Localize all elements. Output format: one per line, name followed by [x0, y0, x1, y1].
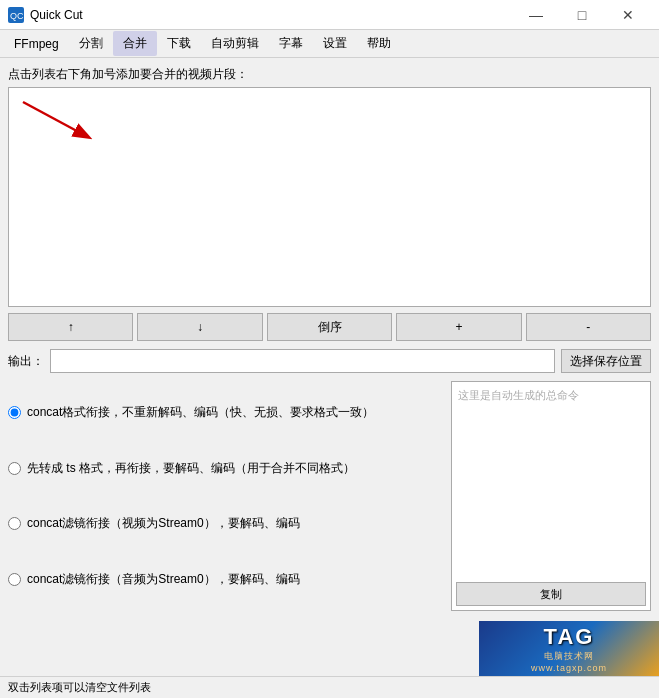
file-list-area[interactable] [8, 87, 651, 307]
menu-auto-edit[interactable]: 自动剪辑 [201, 31, 269, 56]
up-button[interactable]: ↑ [8, 313, 133, 341]
down-button[interactable]: ↓ [137, 313, 262, 341]
status-text: 双击列表项可以清空文件列表 [8, 680, 151, 695]
app-title: Quick Cut [30, 8, 83, 22]
instruction-area: 点击列表右下角加号添加要合并的视频片段： [8, 66, 651, 83]
radio-option-2: 先转成 ts 格式，再衔接，要解码、编码（用于合并不同格式） [8, 456, 443, 481]
radio-options: concat格式衔接，不重新解码、编码（快、无损、要求格式一致） 先转成 ts … [8, 381, 443, 611]
instruction-text: 点击列表右下角加号添加要合并的视频片段： [8, 66, 248, 83]
title-bar-left: QC Quick Cut [8, 7, 83, 23]
menu-ffmpeg[interactable]: FFmpeg [4, 33, 69, 55]
menu-settings[interactable]: 设置 [313, 31, 357, 56]
command-text: 这里是自动生成的总命令 [452, 382, 650, 578]
radio-concat-lossless[interactable] [8, 406, 21, 419]
red-arrow-annotation [13, 92, 113, 152]
svg-line-3 [23, 102, 88, 137]
radio-ts-convert[interactable] [8, 462, 21, 475]
output-input[interactable] [50, 349, 555, 373]
watermark-subtitle: 电脑技术网 [544, 650, 594, 663]
lower-section: concat格式衔接，不重新解码、编码（快、无损、要求格式一致） 先转成 ts … [8, 381, 651, 611]
close-button[interactable]: ✕ [605, 0, 651, 30]
menu-download[interactable]: 下载 [157, 31, 201, 56]
status-bar: 双击列表项可以清空文件列表 [0, 676, 659, 698]
title-bar-controls: — □ ✕ [513, 0, 651, 30]
menu-bar: FFmpeg 分割 合并 下载 自动剪辑 字幕 设置 帮助 [0, 30, 659, 58]
radio-label-2[interactable]: 先转成 ts 格式，再衔接，要解码、编码（用于合并不同格式） [27, 460, 355, 477]
radio-option-4: concat滤镜衔接（音频为Stream0），要解码、编码 [8, 567, 443, 592]
menu-subtitle[interactable]: 字幕 [269, 31, 313, 56]
radio-label-3[interactable]: concat滤镜衔接（视频为Stream0），要解码、编码 [27, 515, 300, 532]
watermark-url: www.tagxp.com [531, 663, 607, 673]
radio-option-3: concat滤镜衔接（视频为Stream0），要解码、编码 [8, 511, 443, 536]
minimize-button[interactable]: — [513, 0, 559, 30]
svg-text:QC: QC [10, 11, 24, 21]
radio-concat-filter-audio[interactable] [8, 573, 21, 586]
menu-merge[interactable]: 合并 [113, 31, 157, 56]
action-buttons: ↑ ↓ 倒序 + - [8, 313, 651, 341]
remove-button[interactable]: - [526, 313, 651, 341]
radio-label-1[interactable]: concat格式衔接，不重新解码、编码（快、无损、要求格式一致） [27, 404, 374, 421]
radio-option-1: concat格式衔接，不重新解码、编码（快、无损、要求格式一致） [8, 400, 443, 425]
maximize-button[interactable]: □ [559, 0, 605, 30]
output-label: 输出： [8, 353, 44, 370]
app-icon: QC [8, 7, 24, 23]
radio-label-4[interactable]: concat滤镜衔接（音频为Stream0），要解码、编码 [27, 571, 300, 588]
watermark: TAG 电脑技术网 www.tagxp.com [479, 621, 659, 676]
watermark-tag: TAG [544, 624, 595, 650]
radio-concat-filter-video[interactable] [8, 517, 21, 530]
save-location-button[interactable]: 选择保存位置 [561, 349, 651, 373]
output-row: 输出： 选择保存位置 [8, 349, 651, 373]
menu-split[interactable]: 分割 [69, 31, 113, 56]
main-content: 点击列表右下角加号添加要合并的视频片段： ↑ ↓ 倒序 + - 输出： 选择保存… [0, 58, 659, 611]
title-bar: QC Quick Cut — □ ✕ [0, 0, 659, 30]
add-button[interactable]: + [396, 313, 521, 341]
command-box: 这里是自动生成的总命令 复制 [451, 381, 651, 611]
menu-help[interactable]: 帮助 [357, 31, 401, 56]
reverse-button[interactable]: 倒序 [267, 313, 392, 341]
copy-command-button[interactable]: 复制 [456, 582, 646, 606]
